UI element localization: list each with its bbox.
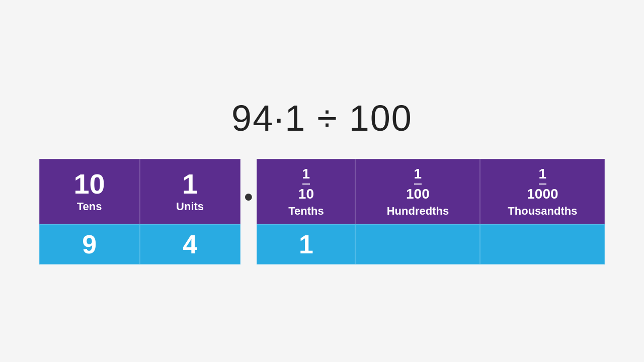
hundredths-fraction-den: 100 xyxy=(406,185,430,203)
tens-digit: 9 xyxy=(82,229,97,259)
left-columns: 10 Tens 9 1 Units 4 xyxy=(39,159,240,264)
thousandths-value xyxy=(480,224,605,264)
tens-number: 10 xyxy=(73,170,105,198)
place-value-table: 10 Tens 9 1 Units 4 • 1 10 Tenths xyxy=(39,159,605,264)
hundredths-label: Hundredths xyxy=(387,205,449,218)
tenths-label: Tenths xyxy=(288,205,324,218)
col-hundredths: 1 100 Hundredths xyxy=(355,159,480,264)
col-tenths: 1 10 Tenths 1 xyxy=(257,159,355,264)
decimal-dot-header: • xyxy=(245,183,253,211)
tenths-fraction-num: 1 xyxy=(302,165,310,185)
units-value: 4 xyxy=(140,224,240,264)
tenths-value: 1 xyxy=(257,224,355,264)
hundredths-fraction-num: 1 xyxy=(414,165,422,185)
hundredths-value xyxy=(355,224,480,264)
tens-label: Tens xyxy=(77,200,102,213)
right-columns: 1 10 Tenths 1 1 100 Hundredths 1 1000 Th… xyxy=(257,159,605,264)
col-thousandths: 1 1000 Thousandths xyxy=(480,159,605,264)
units-header: 1 Units xyxy=(140,159,240,224)
col-units: 1 Units 4 xyxy=(140,159,240,264)
equation: 94·1 ÷ 100 xyxy=(231,98,413,139)
thousandths-label: Thousandths xyxy=(508,205,577,218)
tenths-header: 1 10 Tenths xyxy=(257,159,355,224)
thousandths-fraction-num: 1 xyxy=(539,165,547,185)
tens-header: 10 Tens xyxy=(39,159,140,224)
units-number: 1 xyxy=(182,170,198,198)
thousandths-header: 1 1000 Thousandths xyxy=(480,159,605,224)
units-digit: 4 xyxy=(183,229,197,259)
thousandths-fraction-den: 1000 xyxy=(527,185,558,203)
tenths-digit: 1 xyxy=(299,229,313,259)
hundredths-header: 1 100 Hundredths xyxy=(355,159,480,224)
tens-value: 9 xyxy=(39,224,140,264)
units-label: Units xyxy=(176,200,204,213)
col-tens: 10 Tens 9 xyxy=(39,159,140,264)
tenths-fraction-den: 10 xyxy=(298,185,314,203)
